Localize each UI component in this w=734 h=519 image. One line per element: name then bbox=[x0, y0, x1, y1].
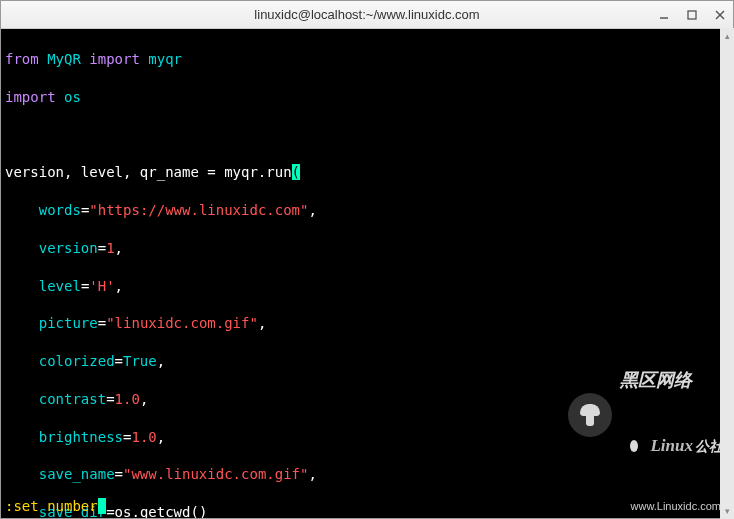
svg-rect-1 bbox=[688, 11, 696, 19]
arg-value: "linuxidc.com.gif" bbox=[106, 315, 258, 331]
scroll-down-button[interactable]: ▾ bbox=[720, 503, 734, 519]
keyword-import: import bbox=[5, 89, 56, 105]
watermark-text-sub: 公社 bbox=[695, 437, 723, 456]
code-line: words="https://www.linuxidc.com", bbox=[5, 201, 729, 220]
vim-command-line[interactable]: :set number bbox=[5, 497, 106, 516]
arg-key: picture bbox=[39, 315, 98, 331]
arg-value: 1 bbox=[106, 240, 114, 256]
arg-key: version bbox=[39, 240, 98, 256]
module-myqr: MyQR bbox=[47, 51, 81, 67]
penguin-icon bbox=[620, 430, 648, 462]
scroll-up-button[interactable]: ▴ bbox=[720, 28, 734, 44]
name-myqr: myqr bbox=[148, 51, 182, 67]
arg-value: 'H' bbox=[89, 278, 114, 294]
arg-key: words bbox=[39, 202, 81, 218]
blank-line bbox=[5, 125, 729, 144]
keyword-from: from bbox=[5, 51, 39, 67]
arg-value: 1.0 bbox=[131, 429, 156, 445]
watermark-url: www.Linuxidc.com bbox=[631, 499, 721, 514]
cursor-highlight: ( bbox=[292, 164, 300, 180]
arg-key: contrast bbox=[39, 391, 106, 407]
watermark: 黑区网络 Linux 公社 bbox=[568, 330, 723, 500]
watermark-text-linux: Linux bbox=[650, 435, 693, 458]
vertical-scrollbar[interactable]: ▴ ▾ bbox=[720, 28, 734, 519]
terminal-viewport[interactable]: from MyQR import myqr import os version,… bbox=[1, 29, 733, 518]
code-line: level='H', bbox=[5, 277, 729, 296]
terminal-window: linuxidc@localhost:~/www.linuxidc.com fr… bbox=[0, 0, 734, 519]
arg-key: save_name bbox=[39, 466, 115, 482]
minimize-button[interactable] bbox=[657, 8, 671, 22]
arg-key: colorized bbox=[39, 353, 115, 369]
close-button[interactable] bbox=[713, 8, 727, 22]
arg-value: 1.0 bbox=[115, 391, 140, 407]
arg-key: level bbox=[39, 278, 81, 294]
code-line: import os bbox=[5, 88, 729, 107]
code-line: version=1, bbox=[5, 239, 729, 258]
arg-value: "https://www.linuxidc.com" bbox=[89, 202, 308, 218]
code-line: save_dir=os.getcwd() bbox=[5, 503, 729, 518]
arg-value: "www.linuxidc.com.gif" bbox=[123, 466, 308, 482]
window-titlebar: linuxidc@localhost:~/www.linuxidc.com bbox=[1, 1, 733, 29]
window-controls bbox=[657, 1, 727, 28]
scrollbar-track[interactable] bbox=[720, 44, 734, 503]
arg-value: True bbox=[123, 353, 157, 369]
watermark-text-cn: 黑区网络 bbox=[620, 368, 723, 392]
code-line: version, level, qr_name = myqr.run( bbox=[5, 163, 729, 182]
window-title: linuxidc@localhost:~/www.linuxidc.com bbox=[254, 7, 479, 22]
keyword-import: import bbox=[89, 51, 140, 67]
cursor-block bbox=[98, 498, 106, 514]
assignment: version, level, qr_name = myqr.run bbox=[5, 164, 292, 180]
module-os: os bbox=[64, 89, 81, 105]
maximize-button[interactable] bbox=[685, 8, 699, 22]
watermark-text-stack: 黑区网络 Linux 公社 bbox=[620, 330, 723, 500]
arg-key: brightness bbox=[39, 429, 123, 445]
code-line: from MyQR import myqr bbox=[5, 50, 729, 69]
arg-value: os.getcwd() bbox=[115, 504, 208, 518]
command-text: :set number bbox=[5, 498, 98, 514]
mushroom-icon bbox=[568, 393, 612, 437]
